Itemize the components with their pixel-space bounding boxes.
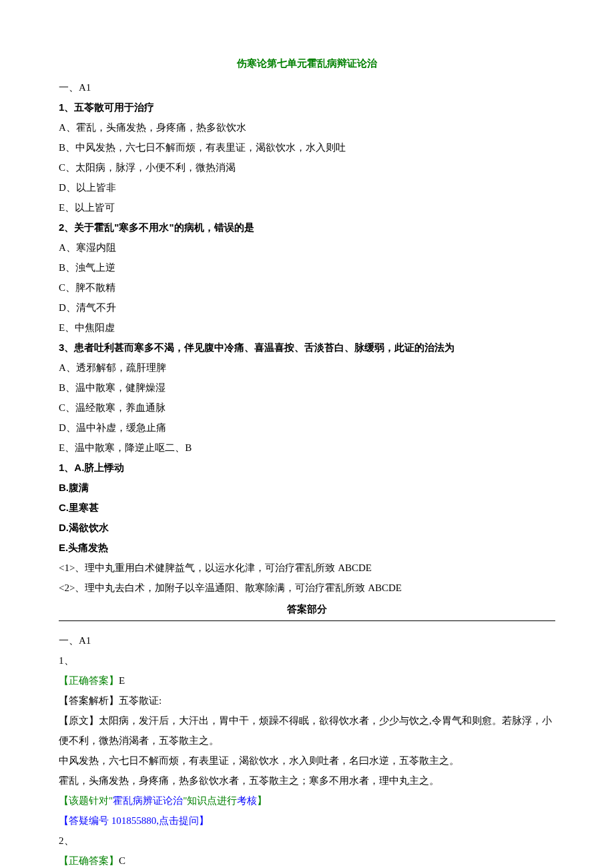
- note-pre: 【该题针对": [59, 795, 113, 806]
- a1-para2: 中风发热，六七日不解而烦，有表里证，渴欲饮水，水入则吐者，名曰水逆，五苓散主之。: [59, 751, 555, 771]
- q2-stem: 2、关于霍乱"寒多不用水"的病机，错误的是: [59, 218, 555, 238]
- q1-option-c: C、太阳病，脉浮，小便不利，微热消渴: [59, 157, 555, 177]
- a1-correct: 【正确答案】E: [59, 671, 555, 691]
- correct-answer-label: 【正确答案】: [59, 675, 119, 686]
- q3-option-c: C、温经散寒，养血通脉: [59, 398, 555, 418]
- q4-option-c: C.里寒甚: [59, 498, 555, 518]
- explain-label: 【答案解析】: [59, 695, 119, 706]
- a1-number: 1、: [59, 650, 555, 671]
- correct-answer-value: E: [119, 675, 125, 686]
- a1-para3: 霍乱，头痛发热，身疼痛，热多欲饮水者，五苓散主之；寒多不用水者，理中丸主之。: [59, 771, 555, 791]
- spacer: [59, 621, 555, 630]
- answer-section-header: 答案部分: [59, 599, 555, 621]
- note-post: "知识点进行: [183, 795, 237, 806]
- q1-option-e: E、以上皆可: [59, 197, 555, 218]
- correct-answer-label: 【正确答案】: [59, 855, 119, 866]
- answer-section-label: 一、A1: [59, 630, 555, 650]
- q2-option-a: A、寒湿内阻: [59, 238, 555, 258]
- q4-sub2: <2>、理中丸去白术，加附子以辛温通阳、散寒除满，可治疗霍乱所致 ABCDE: [59, 578, 555, 598]
- q3-option-a: A、透邪解郁，疏肝理脾: [59, 358, 555, 378]
- q4-option-d: D.渴欲饮水: [59, 518, 555, 538]
- q4-option-e: E.头痛发热: [59, 538, 555, 558]
- q2-option-b: B、浊气上逆: [59, 258, 555, 278]
- a1-note: 【该题针对"霍乱病辨证论治"知识点进行考核】: [59, 791, 555, 811]
- a2-correct: 【正确答案】C: [59, 851, 555, 868]
- q2-option-d: D、清气不升: [59, 298, 555, 318]
- q3-option-d: D、温中补虚，缓急止痛: [59, 418, 555, 438]
- a1-explain-header: 【答案解析】五苓散证:: [59, 691, 555, 711]
- note-topic: 霍乱病辨证论治: [113, 795, 183, 806]
- q1-option-a: A、霍乱，头痛发热，身疼痛，热多欲饮水: [59, 117, 555, 137]
- q3-stem: 3、患者吐利甚而寒多不渴，伴见腹中冷痛、喜温喜按、舌淡苔白、脉缓弱，此证的治法为: [59, 338, 555, 358]
- q3-option-e: E、温中散寒，降逆止呕二、B: [59, 438, 555, 458]
- q4-option-b: B.腹满: [59, 478, 555, 498]
- q3-option-b: B、温中散寒，健脾燥湿: [59, 378, 555, 398]
- a1-para1: 【原文】太阳病，发汗后，大汗出，胃中干，烦躁不得眠，欲得饮水者，少少与饮之,令胃…: [59, 711, 555, 751]
- q2-option-e: E、中焦阳虚: [59, 318, 555, 338]
- correct-answer-value: C: [119, 855, 125, 866]
- q1-option-d: D、以上皆非: [59, 177, 555, 197]
- a1-faq-link[interactable]: 【答疑编号 101855880,点击提问】: [59, 811, 555, 831]
- note-end: 考核: [237, 795, 257, 806]
- explain-value: 五苓散证:: [119, 695, 162, 706]
- q1-option-b: B、中风发热，六七日不解而烦，有表里证，渴欲饮水，水入则吐: [59, 137, 555, 157]
- q4-option-a: 1、A.脐上悸动: [59, 458, 555, 478]
- a2-number: 2、: [59, 831, 555, 851]
- q4-sub1: <1>、理中丸重用白术健脾益气，以运水化津，可治疗霍乱所致 ABCDE: [59, 558, 555, 578]
- section-label: 一、A1: [59, 77, 555, 97]
- note-close: 】: [257, 795, 267, 806]
- page-title: 伤寒论第七单元霍乱病辩证论治: [59, 53, 555, 73]
- q1-stem: 1、五苓散可用于治疗: [59, 97, 555, 117]
- q2-option-c: C、脾不散精: [59, 278, 555, 298]
